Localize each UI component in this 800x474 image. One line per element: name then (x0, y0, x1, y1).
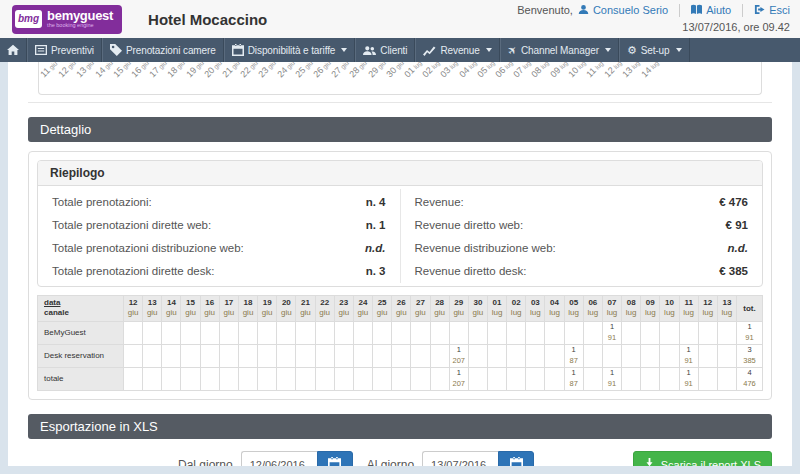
column-day: 28 (432, 298, 448, 308)
main-nav: PreventiviPrenotazioni camereDisponibili… (0, 38, 800, 62)
column-month: giu (412, 308, 428, 318)
table-cell-30-giu (468, 367, 487, 390)
cell-count: 1 (565, 345, 583, 356)
table-cell-01-lug (487, 321, 506, 344)
column-day: 14 (163, 298, 179, 308)
summary-row: Revenue distribuzione web:n.d. (415, 236, 749, 259)
column-day: 18 (240, 298, 256, 308)
from-date-label: Dal giorno (178, 458, 233, 466)
table-cell-12-giu (124, 344, 143, 367)
table-cell-14-giu (162, 344, 181, 367)
nav-item-label: Prenotazioni camere (126, 45, 216, 56)
chart-panel-bottom (28, 95, 772, 103)
column-month: giu (470, 308, 486, 318)
summary-row: Totale prenotazioni:n. 4 (52, 190, 386, 213)
nav-item-channel-manager[interactable]: ✈Channel Manager (500, 38, 619, 62)
column-day: 13 (719, 298, 735, 308)
table-cell-19-giu (258, 321, 277, 344)
cell-count: 1 (680, 368, 698, 379)
column-header-14-giu: 14giu (162, 296, 181, 322)
download-xls-button[interactable]: Scarica il report XLS (633, 451, 772, 466)
table-cell-05-lug: 187 (564, 367, 583, 390)
help-link[interactable]: Aiuto (691, 4, 731, 18)
cell-amount: 207 (450, 379, 468, 390)
column-month: giu (336, 308, 352, 318)
table-cell-01-lug (487, 344, 506, 367)
table-row: Desk reservation12071871913385 (38, 344, 763, 367)
logo-name: bemyguest (47, 9, 113, 22)
column-day: 30 (470, 298, 486, 308)
column-month: lug (642, 308, 658, 318)
table-cell-24-giu (353, 367, 372, 390)
column-month: giu (297, 308, 313, 318)
table-cell-12-giu (124, 321, 143, 344)
column-month: lug (661, 308, 677, 318)
table-cell-09-lug (641, 321, 660, 344)
table-cell-18-giu (238, 367, 257, 390)
column-day: 21 (297, 298, 313, 308)
download-label: Scarica il report XLS (661, 459, 761, 466)
summary-label: Totale prenotazioni distribuzione web: (52, 242, 244, 254)
table-cell-14-giu (162, 367, 181, 390)
summary-row: Revenue:€ 476 (415, 190, 749, 213)
nav-item-clienti[interactable]: Clienti (355, 38, 415, 62)
main-content: 11 giu12 giu13 giu14 giu15 giu16 giu17 g… (8, 62, 792, 466)
chevron-down-icon (605, 48, 611, 52)
table-cell-13-lug (717, 321, 736, 344)
column-header-12-giu: 12giu (124, 296, 143, 322)
nav-item-revenue[interactable]: Revenue (415, 38, 499, 62)
total-count: 4 (737, 368, 762, 379)
cell-amount: 91 (603, 379, 621, 390)
table-cell-30-giu (468, 344, 487, 367)
column-header-23-giu: 23giu (334, 296, 353, 322)
to-date-calendar-button[interactable] (498, 451, 534, 466)
column-header-09-lug: 09lug (641, 296, 660, 322)
column-header-12-lug: 12lug (698, 296, 717, 322)
column-header-20-giu: 20giu (277, 296, 296, 322)
column-month: giu (202, 308, 218, 318)
bemyguest-logo[interactable]: bmg bemyguest the booking engine (12, 5, 122, 34)
nav-item-label: Set-up (641, 45, 670, 56)
table-cell-21-giu (296, 367, 315, 390)
column-day: 20 (278, 298, 294, 308)
table-cell-28-giu (430, 367, 449, 390)
nav-item-preventivi[interactable]: Preventivi (27, 38, 102, 62)
table-cell-21-giu (296, 344, 315, 367)
nav-item-label: Disponibilità e tariffe (248, 45, 336, 56)
table-cell-03-lug (526, 321, 545, 344)
table-cell-19-giu (258, 367, 277, 390)
from-date-input[interactable] (241, 451, 317, 466)
summary-value: n. 3 (366, 265, 386, 277)
to-date-input[interactable] (422, 451, 498, 466)
table-cell-24-giu (353, 321, 372, 344)
from-date-calendar-button[interactable] (317, 451, 353, 466)
logout-link[interactable]: Esci (754, 4, 790, 18)
table-cell-07-lug (602, 344, 621, 367)
column-header-01-lug: 01lug (487, 296, 506, 322)
user-link[interactable]: Consuelo Serio (578, 4, 668, 18)
summary-label: Totale prenotazioni dirette desk: (52, 265, 214, 277)
column-header-08-lug: 08lug (622, 296, 641, 322)
column-day: 02 (508, 298, 524, 308)
divider (742, 4, 743, 17)
nav-item-prenotazioni-camere[interactable]: Prenotazioni camere (102, 38, 224, 62)
to-date-label: Al giorno (367, 458, 414, 466)
table-cell-22-giu (315, 367, 334, 390)
summary-row: Revenue diretto desk:€ 385 (415, 259, 749, 282)
column-month: giu (278, 308, 294, 318)
nav-item-disponibilita-e-tariffe[interactable]: Disponibilità e tariffe (224, 38, 356, 62)
cell-amount: 207 (450, 356, 468, 367)
table-cell-11-lug: 191 (679, 344, 698, 367)
table-cell-08-lug (622, 321, 641, 344)
table-cell-28-giu (430, 321, 449, 344)
table-cell-25-giu (373, 321, 392, 344)
column-month: giu (125, 308, 141, 318)
cell-count: 1 (450, 368, 468, 379)
cell-amount: 91 (680, 379, 698, 390)
nav-item-home[interactable] (0, 38, 27, 62)
column-month: lug (508, 308, 524, 318)
row-label: BeMyGuest (38, 321, 124, 344)
column-month: giu (355, 308, 371, 318)
nav-item-set-up[interactable]: ⚙Set-up (619, 38, 690, 62)
current-datetime: 13/07/2016, ore 09.42 (517, 21, 790, 34)
